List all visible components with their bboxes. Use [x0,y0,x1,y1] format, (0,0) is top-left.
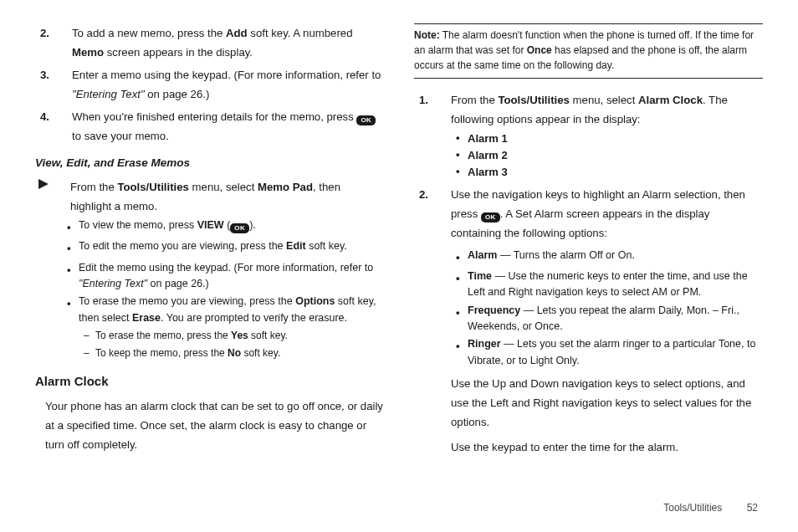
arrow-icon [35,177,70,216]
bold: Frequency [468,304,520,316]
step-number: 4. [35,107,72,146]
list-item: Frequency — Lets you repeat the alarm Da… [456,303,763,335]
list-item: Alarm 3 [456,164,763,181]
bullet-icon [456,303,468,335]
text: menu, select [570,94,638,106]
list-item: To edit the memo you are viewing, press … [67,238,384,258]
paragraph: Use the keypad to enter the time for the… [451,437,763,457]
bullet-icon [67,260,79,293]
text: To edit the memo you are viewing, press … [79,240,286,252]
bullet-icon [456,130,468,147]
bullet-icon [456,147,468,164]
text: soft key. [241,347,280,359]
bullet-icon [67,294,79,361]
bullet-icon [456,248,468,267]
step-number: 2. [35,23,72,62]
footer-page-number: 52 [747,502,758,514]
manual-page: 2. To add a new memo, press the Add soft… [0,0,798,532]
list-body: Frequency — Lets you repeat the alarm Da… [468,303,763,335]
list-subitem: – To keep the memo, press the No soft ke… [79,345,384,361]
bold: Once [527,44,552,56]
step-body: Use the navigation keys to highlight an … [451,185,763,462]
text: menu, select [189,181,258,193]
ok-icon: OK [356,115,376,125]
text: To erase the memo, press the [95,330,231,341]
list-item: Alarm 2 [456,147,763,164]
text: To view the memo, press [79,219,197,231]
alarm-list: Alarm 1 Alarm 2 Alarm 3 [451,130,763,181]
text: ). [249,219,256,231]
bold: Add [226,27,248,39]
bold: Time [468,270,492,282]
bold: Options [295,295,335,307]
bullet-icon [67,217,79,237]
text: screen appears in the display. [104,46,253,59]
step-body: To add a new memo, press the Add soft ke… [72,23,384,62]
step-3: 3. Enter a memo using the keypad. (For m… [35,65,384,104]
step-2: 2. Use the navigation keys to highlight … [414,185,763,462]
list-body: Alarm 2 [468,147,763,164]
list-body: Edit the memo using the keypad. (For mor… [79,260,384,293]
list-body: To view the memo, press VIEW (OK). [79,217,384,237]
text: From the [451,94,498,106]
right-column: Note: The alarm doesn't function when th… [414,23,763,465]
alarm-paragraph: Your phone has an alarm clock that can b… [35,396,384,454]
step-number: 2. [414,185,451,462]
text: To add a new memo, press the [72,27,226,39]
bold: Erase [132,312,161,324]
list-item: Alarm — Turns the alarm Off or On. [456,248,763,267]
list-item: To erase the memo you are viewing, press… [67,294,384,361]
subheading-view-edit-erase: View, Edit, and Erase Memos [35,153,384,173]
list-item: Edit the memo using the keypad. (For mor… [67,260,384,293]
list-body: To edit the memo you are viewing, press … [79,238,384,258]
text: on page 26.) [145,88,210,100]
text: To keep the memo, press the [95,347,228,359]
text: to save your memo. [72,130,169,142]
list-item: To view the memo, press VIEW (OK). [67,217,384,237]
dash-icon: – [79,328,95,344]
bullet-icon [67,238,79,258]
subitem-body: To erase the memo, press the Yes soft ke… [95,328,288,344]
bold: Alarm Clock [638,94,703,106]
bold: Tools/Utilities [117,181,188,193]
step-number: 1. [414,90,451,182]
page-footer: Tools/Utilities 52 [663,499,758,517]
text: Edit the memo using the keypad. (For mor… [79,262,373,274]
text: . You are prompted to verify the erasure… [161,312,347,324]
step-number: 3. [35,65,72,104]
text: — Lets you set the alarm ringer to a par… [468,338,755,366]
text: soft key. [306,240,347,252]
bullet-icon [456,269,468,301]
list-body: Alarm 1 [468,130,763,147]
reference: "Entering Text" [79,278,147,289]
columns: 2. To add a new memo, press the Add soft… [35,23,763,465]
bold: Tools/Utilities [498,94,569,106]
bold: No [228,347,241,359]
left-column: 2. To add a new memo, press the Add soft… [35,23,384,465]
list-item: Ringer — Lets you set the alarm ringer t… [456,336,763,369]
step-body: From the Tools/Utilities menu, select Al… [451,90,763,182]
bullet-icon [456,336,468,369]
dash-icon: – [79,345,95,361]
option-bullets: Alarm — Turns the alarm Off or On. Time … [451,248,763,369]
list-body: Alarm — Turns the alarm Off or On. [468,248,763,267]
subitem-body: To keep the memo, press the No soft key. [95,345,280,361]
bold: Ringer [468,338,501,350]
step-4: 4. When you're finished entering details… [35,107,384,146]
text: soft key. A numbered [248,27,353,39]
step-2: 2. To add a new memo, press the Add soft… [35,23,384,62]
text: To erase the memo you are viewing, press… [79,295,295,307]
list-body: Time — Use the numeric keys to enter the… [468,269,763,301]
list-body: Alarm 3 [468,164,763,181]
reference: "Entering Text" [72,88,145,100]
note-box: Note: The alarm doesn't function when th… [414,23,763,79]
text: on page 26.) [147,278,209,289]
step-body: Enter a memo using the keypad. (For more… [72,65,384,104]
text: ( [224,219,231,231]
bold: Edit [286,240,306,252]
ok-icon: OK [230,223,249,233]
ok-icon: OK [481,212,500,223]
text: When you're finished entering details fo… [72,110,356,123]
list-subitem: – To erase the memo, press the Yes soft … [79,328,384,344]
section-heading-alarm-clock: Alarm Clock [35,371,384,392]
